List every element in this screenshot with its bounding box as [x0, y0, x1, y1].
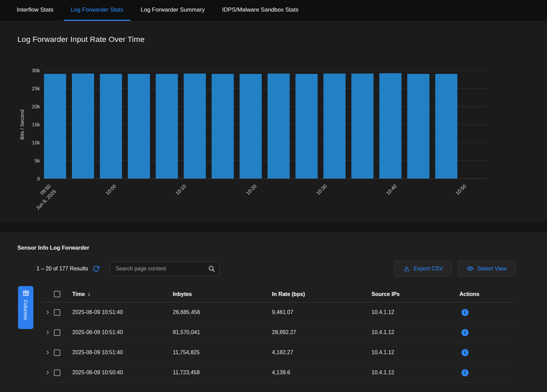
table-grid-icon	[22, 290, 29, 297]
cell-source-ips: 10.4.1.12	[371, 370, 459, 376]
section-title: Sensor Info Log Forwarder	[17, 245, 516, 251]
refresh-icon	[93, 265, 100, 272]
info-icon[interactable]	[461, 369, 469, 376]
cell-in-rate: 4,139.6	[272, 370, 371, 376]
table-row: 2025-06-09 10:50:40 11,723,458 4,139.6 1…	[42, 363, 516, 383]
header-time[interactable]: Time	[72, 291, 173, 298]
cell-in-rate: 4,182.27	[272, 349, 371, 356]
cell-inbytes: 81,570,041	[173, 329, 272, 335]
header-inbytes[interactable]: Inbytes	[173, 291, 272, 297]
columns-button-label: Columns	[23, 300, 29, 320]
download-icon	[403, 265, 410, 272]
tab-log-forwarder-summary[interactable]: Log Forwarder Summary	[134, 0, 212, 21]
cell-inbytes: 26,685,456	[173, 309, 272, 315]
tab-interflow-stats[interactable]: Interflow Stats	[10, 0, 61, 21]
expand-chevron-icon[interactable]	[42, 329, 54, 335]
chart-title: Log Forwarder Input Rate Over Time	[17, 35, 487, 44]
cell-time: 2025-06-09 10:51:40	[72, 329, 173, 335]
bar	[295, 74, 318, 178]
select-view-button[interactable]: Select View	[458, 261, 516, 277]
row-checkbox[interactable]	[54, 349, 60, 356]
x-tick-label: 10:20	[217, 183, 258, 222]
y-tick-label: 30k	[32, 68, 40, 73]
sensor-table: Time Inbytes In Rate (bps) Source IPs Ac…	[42, 286, 516, 383]
expand-chevron-icon[interactable]	[42, 309, 54, 315]
cell-time: 2025-06-09 10:50:40	[72, 370, 173, 376]
export-csv-label: Export CSV	[414, 265, 443, 272]
y-axis-labels: 30k25k20k15k10k5k0	[26, 70, 44, 179]
bar	[44, 74, 66, 178]
cell-time: 2025-06-09 10:51:40	[72, 309, 173, 315]
export-csv-button[interactable]: Export CSV	[394, 261, 452, 277]
cell-in-rate: 9,461.07	[272, 309, 371, 315]
cell-inbytes: 11,723,458	[173, 370, 272, 376]
x-tick-label: 10:50	[427, 183, 468, 222]
x-tick-label: 10:30	[287, 183, 329, 222]
header-time-label: Time	[72, 291, 85, 297]
header-actions: Actions	[459, 291, 516, 297]
y-tick-label: 10k	[32, 140, 40, 145]
cell-in-rate: 28,892.27	[272, 329, 371, 335]
tab-log-forwarder-stats[interactable]: Log Forwarder Stats	[64, 0, 131, 21]
info-icon[interactable]	[461, 309, 469, 316]
bar	[323, 74, 346, 178]
x-axis: 09:50 Jun 9, 202510:0010:1010:2010:3010:…	[44, 179, 487, 222]
bar	[240, 74, 262, 178]
cell-source-ips: 10.4.1.12	[371, 349, 459, 356]
y-tick-label: 20k	[32, 104, 40, 109]
y-tick-label: 25k	[32, 86, 40, 91]
bar-plot-bars	[44, 70, 487, 178]
tab-idps-malware-sandbox-stats[interactable]: IDPS/Malware Sandbox Stats	[215, 0, 306, 21]
table-row: 2025-06-09 10:51:40 26,685,456 9,461.07 …	[42, 302, 516, 323]
cell-inbytes: 11,754,825	[173, 349, 272, 356]
bar	[156, 74, 178, 178]
bar	[407, 74, 429, 178]
cell-source-ips: 10.4.1.12	[371, 309, 459, 315]
info-icon[interactable]	[461, 329, 469, 336]
row-checkbox[interactable]	[54, 370, 60, 376]
search-box	[110, 261, 219, 276]
table-toolbar: 1 – 20 of 177 Results	[36, 261, 516, 277]
refresh-button[interactable]	[93, 265, 100, 272]
cell-source-ips: 10.4.1.12	[371, 329, 459, 335]
columns-button[interactable]: Columns	[18, 286, 33, 329]
header-in-rate[interactable]: In Rate (bps)	[272, 291, 371, 297]
bar	[100, 74, 122, 178]
bar-plot	[44, 70, 487, 179]
input-rate-chart: Bits / Second 30k25k20k15k10k5k0 09:50 J…	[17, 70, 487, 222]
x-tick-label: 10:40	[357, 183, 398, 222]
results-count: 1 – 20 of 177 Results	[36, 266, 88, 272]
bar	[268, 74, 290, 178]
sensor-info-panel: Sensor Info Log Forwarder 1 – 20 of 177 …	[0, 232, 547, 392]
bar	[72, 74, 94, 178]
select-all-checkbox[interactable]	[54, 291, 60, 297]
sort-desc-icon	[88, 291, 91, 298]
cell-time: 2025-06-09 10:51:40	[72, 349, 173, 356]
table-row: 2025-06-09 10:51:40 11,754,825 4,182.27 …	[42, 343, 516, 363]
expand-chevron-icon[interactable]	[42, 349, 54, 356]
search-input[interactable]	[110, 261, 219, 276]
plot-column: 09:50 Jun 9, 202510:0010:1010:2010:3010:…	[44, 70, 487, 222]
y-axis-title: Bits / Second	[17, 70, 26, 179]
bar	[212, 74, 234, 178]
x-tick-label: 09:50 Jun 9, 2025	[11, 183, 58, 222]
y-tick-label: 0	[37, 176, 40, 182]
y-tick-label: 5k	[35, 158, 40, 163]
bar	[128, 74, 150, 178]
bar	[435, 74, 457, 178]
select-view-label: Select View	[477, 265, 507, 272]
row-checkbox[interactable]	[54, 309, 60, 316]
expand-chevron-icon[interactable]	[42, 370, 54, 376]
eye-icon	[467, 265, 474, 272]
y-tick-label: 15k	[32, 122, 40, 127]
bar	[351, 74, 374, 178]
chart-panel: Log Forwarder Input Rate Over Time Bits …	[0, 21, 547, 222]
table-row: 2025-06-09 10:51:40 81,570,041 28,892.27…	[42, 323, 516, 343]
x-tick-label: 10:00	[77, 183, 118, 222]
row-checkbox[interactable]	[54, 329, 60, 336]
info-icon[interactable]	[461, 349, 469, 356]
search-icon[interactable]	[208, 265, 215, 272]
header-source-ips[interactable]: Source IPs	[371, 291, 459, 297]
panel-divider	[0, 222, 547, 232]
bar	[184, 74, 206, 178]
